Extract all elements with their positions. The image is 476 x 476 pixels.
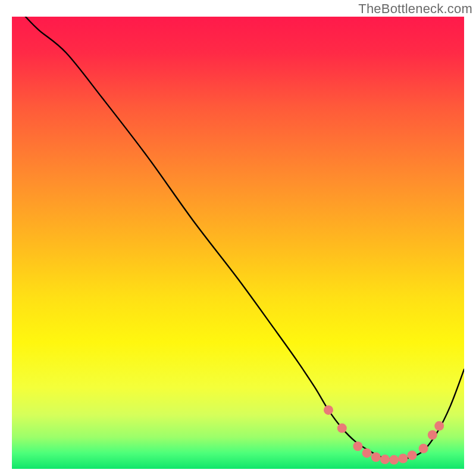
watermark-text: TheBottleneck.com: [358, 1, 472, 17]
curve-marker: [434, 421, 444, 431]
curve-marker: [428, 430, 437, 440]
curve-marker: [362, 448, 372, 458]
curve-marker: [337, 424, 347, 433]
curve-marker: [371, 452, 381, 462]
chart-container: TheBottleneck.com: [0, 0, 476, 476]
curve-marker: [398, 454, 408, 464]
curve-marker: [389, 455, 399, 465]
curve-marker: [408, 450, 417, 460]
chart-svg: [12, 17, 464, 469]
gradient-background: [12, 17, 464, 469]
curve-marker: [380, 455, 390, 464]
curve-marker: [353, 441, 362, 451]
curve-marker: [324, 405, 333, 415]
plot-area: [12, 17, 464, 469]
curve-marker: [419, 444, 428, 453]
